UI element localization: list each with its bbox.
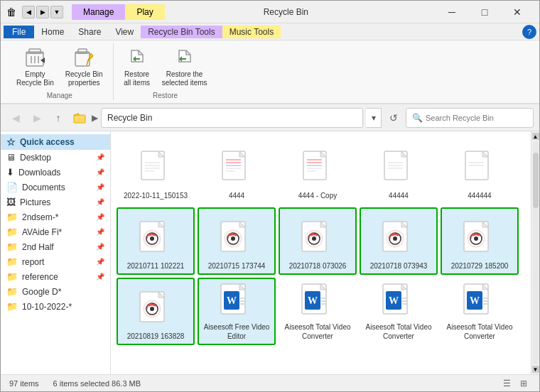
file-item-20210729[interactable]: 20210729 185200 <box>441 207 519 275</box>
file-name-44444: 44444 <box>389 191 409 200</box>
report-pin-icon: 📌 <box>96 258 104 266</box>
quick-btn-3[interactable]: ▼ <box>50 6 63 18</box>
svg-point-45 <box>231 236 235 241</box>
minimize-button[interactable]: ─ <box>436 1 468 23</box>
empty-recycle-bin-icon <box>23 46 46 69</box>
file-menu[interactable]: File <box>4 26 34 38</box>
music-tools-menu[interactable]: Music Tools <box>222 26 281 38</box>
view-menu[interactable]: View <box>108 26 141 38</box>
file-item-44444[interactable]: 44444 <box>360 137 438 205</box>
list-view-button[interactable]: ☰ <box>500 376 514 391</box>
file-item-aiseesoft-total-2[interactable]: W Aiseesoft Total Video Converter <box>360 278 438 345</box>
2ndhalf-icon: 📁 <box>6 241 18 252</box>
file-item-4444-copy[interactable]: 4444 - Copy <box>279 137 357 205</box>
help-button[interactable]: ? <box>522 25 536 39</box>
reference-label: reference <box>22 272 58 282</box>
file-name-20221011: 2022-10-11_150153 <box>124 191 188 200</box>
sidebar-item-desktop[interactable]: 🖥 Desktop 📌 <box>1 150 110 165</box>
manage-tab[interactable]: Manage <box>72 4 125 20</box>
quick-btn-1[interactable]: ◀ <box>22 6 35 18</box>
file-item-20210819[interactable]: 20210819 163828 <box>117 278 195 345</box>
maximize-button[interactable]: □ <box>468 1 501 23</box>
scroll-up-button[interactable]: ▲ <box>532 133 539 140</box>
sidebar-item-googled[interactable]: 📁 Google D* <box>1 284 110 299</box>
sidebar-item-10102022[interactable]: 📁 10-10-2022-* <box>1 299 110 314</box>
restore-all-button[interactable]: Restoreall items <box>119 43 155 90</box>
restore-selected-icon <box>173 46 196 69</box>
nav-bar: ◀ ▶ ↑ ▶ Recycle Bin ▾ ↺ 🔍 <box>1 104 539 131</box>
scrollbar[interactable]: ▲ ▼ <box>531 131 539 374</box>
file-item-20210718a[interactable]: 20210718 073026 <box>279 207 357 275</box>
scroll-track <box>533 141 539 364</box>
svg-text:W: W <box>389 295 399 306</box>
empty-recycle-bin-button[interactable]: EmptyRecycle Bin <box>12 43 58 90</box>
sidebar-item-reference[interactable]: 📁 reference 📌 <box>1 269 110 284</box>
search-icon: 🔍 <box>412 113 423 123</box>
svg-point-49 <box>312 236 316 241</box>
file-item-4444[interactable]: 4444 <box>198 137 276 205</box>
file-icon-20221011 <box>134 148 177 191</box>
desktop-pin-icon: 📌 <box>96 153 104 161</box>
ribbon-restore-items: Restoreall items Restore theselected ite… <box>119 43 212 90</box>
file-item-20210711[interactable]: 20210711 102221 <box>117 207 195 275</box>
scroll-thumb[interactable] <box>533 153 539 209</box>
sidebar-item-2ndsem[interactable]: 📁 2ndsem-* 📌 <box>1 209 110 224</box>
breadcrumb-dropdown[interactable]: ▾ <box>366 108 382 128</box>
recycle-bin-properties-button[interactable]: Recycle Binproperties <box>61 43 107 90</box>
file-item-444444[interactable]: 444444 <box>441 137 519 205</box>
title-bar-left: 🗑 ◀ ▶ ▼ <box>6 6 63 18</box>
file-icon-20210715 <box>215 219 258 261</box>
file-icon-20210718a <box>296 219 339 261</box>
sidebar-item-report[interactable]: 📁 report 📌 <box>1 254 110 269</box>
file-icon-aiseesoft-total-1: W <box>296 282 339 322</box>
title-quick-buttons: ◀ ▶ ▼ <box>22 6 63 18</box>
desktop-label: Desktop <box>20 153 51 163</box>
sidebar-item-documents[interactable]: 📄 Documents 📌 <box>1 180 110 195</box>
empty-recycle-bin-label: EmptyRecycle Bin <box>16 70 54 87</box>
file-item-aiseesoft-total-1[interactable]: W Aiseesoft Total Video Converter <box>279 278 357 345</box>
scroll-down-button[interactable]: ▼ <box>532 366 539 373</box>
sidebar-item-2ndhalf[interactable]: 📁 2nd Half 📌 <box>1 239 110 254</box>
forward-button[interactable]: ▶ <box>28 109 46 127</box>
search-input[interactable] <box>426 114 527 122</box>
close-button[interactable]: ✕ <box>501 1 534 23</box>
breadcrumb-separator: ▶ <box>92 113 98 123</box>
file-item-aiseesoft-total-3[interactable]: W Aiseesoft Total Video Converter <box>441 278 519 345</box>
play-tab[interactable]: Play <box>125 4 164 20</box>
file-icon-444444 <box>458 148 501 191</box>
items-count: 97 items <box>9 379 39 388</box>
file-item-aiseesoft-free[interactable]: W Aiseesoft Free Video Editor <box>198 278 276 345</box>
downloads-icon: ⬇ <box>6 167 14 178</box>
sidebar-item-downloads[interactable]: ⬇ Downloads 📌 <box>1 165 110 180</box>
pictures-label: Pictures <box>20 197 50 207</box>
up-button[interactable]: ↑ <box>49 109 68 127</box>
file-icon-20210729 <box>458 219 501 261</box>
home-menu[interactable]: Home <box>34 26 71 38</box>
file-grid: 2022-10-11_150153 <box>117 137 525 345</box>
refresh-button[interactable]: ↺ <box>384 109 403 127</box>
sidebar-quick-access[interactable]: ☆ Quick access <box>1 134 110 150</box>
share-menu[interactable]: Share <box>71 26 108 38</box>
quick-btn-2[interactable]: ▶ <box>36 6 49 18</box>
sidebar-item-avaide[interactable]: 📁 AVAide Fi* 📌 <box>1 224 110 239</box>
restore-selected-button[interactable]: Restore theselected items <box>158 43 212 90</box>
2ndsem-icon: 📁 <box>6 212 18 222</box>
desktop-icon: 🖥 <box>6 152 16 163</box>
file-icon-4444 <box>215 148 258 191</box>
quick-access-label: Quick access <box>20 137 75 147</box>
grid-view-button[interactable]: ⊞ <box>517 376 531 391</box>
downloads-label: Downloads <box>18 168 60 178</box>
ribbon-manage-items: EmptyRecycle Bin <box>12 43 107 90</box>
file-item-20210718b[interactable]: 20210718 073943 <box>360 207 438 275</box>
selected-info: 6 items selected 86.3 MB <box>53 379 141 388</box>
report-icon: 📁 <box>6 256 18 267</box>
recycle-bin-tools-menu[interactable]: Recycle Bin Tools <box>141 26 222 38</box>
back-button[interactable]: ◀ <box>6 109 25 127</box>
file-item-20210715[interactable]: 20210715 173744 <box>198 207 276 275</box>
svg-text:W: W <box>470 295 480 306</box>
2ndsem-pin-icon: 📌 <box>96 213 104 221</box>
quick-access-star-icon: ☆ <box>6 136 16 148</box>
file-item-20221011[interactable]: 2022-10-11_150153 <box>117 137 195 205</box>
sidebar-item-pictures[interactable]: 🖼 Pictures 📌 <box>1 195 110 209</box>
file-icon-20210819 <box>134 289 177 332</box>
